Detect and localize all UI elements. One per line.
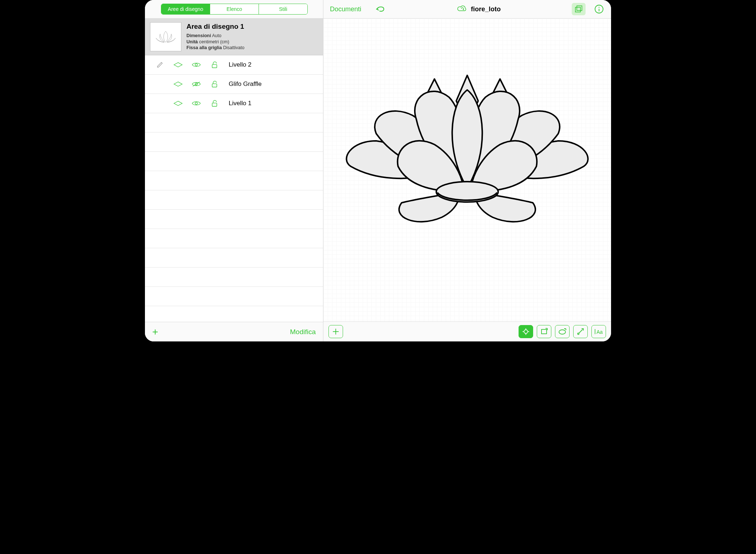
- eye-icon[interactable]: [191, 62, 202, 68]
- lock-open-icon[interactable]: [209, 61, 220, 69]
- empty-row: [145, 229, 323, 248]
- sidebar-tabs: Aree di disegno Elenco Stili: [161, 4, 308, 15]
- svg-rect-8: [577, 6, 582, 11]
- add-shape-button[interactable]: [328, 325, 343, 338]
- layer-row[interactable]: Livello 2: [145, 55, 323, 75]
- svg-line-27: [579, 329, 583, 333]
- sidebar: Aree di disegno Elenco Stili Area di dis…: [145, 0, 323, 341]
- dim-value: Auto: [212, 33, 221, 38]
- svg-rect-7: [575, 7, 580, 12]
- empty-row: [145, 152, 323, 171]
- svg-point-10: [599, 7, 599, 8]
- empty-row: [145, 268, 323, 287]
- line-tool[interactable]: [573, 325, 588, 338]
- empty-row: [145, 287, 323, 306]
- oval-tool[interactable]: [555, 325, 570, 338]
- svg-point-5: [195, 102, 197, 104]
- svg-point-23: [559, 330, 566, 334]
- layers-list: Livello 2 Glifo Graffle: [145, 55, 323, 322]
- info-button[interactable]: [592, 3, 606, 15]
- svg-rect-1: [212, 64, 217, 68]
- svg-point-12: [436, 182, 498, 202]
- artboard-info: Area di disegno 1 Dimensioni Auto Unità …: [186, 23, 244, 51]
- dim-label: Dimensioni: [186, 33, 211, 38]
- lock-open-icon[interactable]: [209, 99, 220, 107]
- app-window: Aree di disegno Elenco Stili Area di dis…: [145, 0, 611, 341]
- empty-row: [145, 132, 323, 152]
- tab-list[interactable]: Elenco: [210, 4, 259, 14]
- layer-name: Livello 2: [229, 61, 251, 68]
- layer-name: Glifo Graffle: [229, 80, 261, 88]
- topbar-right: [572, 3, 606, 15]
- cloud-sync-icon[interactable]: [457, 4, 467, 14]
- layer-row[interactable]: Glifo Graffle: [145, 75, 323, 94]
- text-tool[interactable]: Aa: [591, 325, 606, 338]
- freehand-tool[interactable]: [519, 325, 533, 338]
- artboard-row[interactable]: Area di disegno 1 Dimensioni Auto Unità …: [145, 19, 323, 55]
- sidebar-tabs-wrap: Aree di disegno Elenco Stili: [145, 0, 323, 19]
- layer-row[interactable]: Livello 1: [145, 94, 323, 113]
- empty-row: [145, 113, 323, 132]
- svg-rect-4: [212, 84, 217, 87]
- lock-open-icon[interactable]: [209, 80, 220, 88]
- tab-styles[interactable]: Stili: [259, 4, 307, 14]
- empty-row: [145, 210, 323, 229]
- empty-row: [145, 190, 323, 210]
- svg-rect-20: [542, 329, 547, 334]
- artboard-title: Area di disegno 1: [186, 23, 244, 31]
- layer-icon[interactable]: [173, 100, 184, 107]
- artboard-meta: Dimensioni Auto Unità centimetri (cm) Fi…: [186, 33, 244, 51]
- sidebar-bottom-bar: + Modifica: [145, 322, 323, 341]
- svg-rect-6: [212, 103, 217, 106]
- layer-icon[interactable]: [173, 62, 184, 68]
- units-label: Unità: [186, 39, 198, 44]
- eye-off-icon[interactable]: [191, 81, 202, 87]
- lotus-drawing[interactable]: [336, 57, 598, 239]
- titlebar-center: fiore_loto: [390, 4, 568, 14]
- empty-row: [145, 171, 323, 190]
- svg-point-0: [195, 64, 197, 66]
- layer-name: Livello 1: [229, 100, 251, 107]
- layer-icon[interactable]: [173, 81, 184, 87]
- empty-row: [145, 248, 323, 268]
- topbar: Documenti fiore_loto: [323, 0, 611, 19]
- snap-label: Fissa alla griglia: [186, 45, 222, 50]
- snap-value: Disattivato: [223, 45, 244, 50]
- pencil-icon[interactable]: [154, 61, 165, 68]
- add-button[interactable]: +: [152, 326, 158, 338]
- main-area: Documenti fiore_loto: [323, 0, 611, 341]
- tab-artboards[interactable]: Aree di disegno: [161, 4, 210, 14]
- eye-icon[interactable]: [191, 100, 202, 107]
- canvases-button[interactable]: [572, 3, 586, 15]
- svg-text:Aa: Aa: [596, 329, 603, 335]
- svg-point-15: [524, 330, 528, 333]
- documents-button[interactable]: Documenti: [330, 5, 361, 13]
- bottom-toolbar: Aa: [323, 322, 611, 341]
- edit-button[interactable]: Modifica: [290, 328, 316, 336]
- units-value: centimetri (cm): [199, 39, 229, 44]
- rectangle-tool[interactable]: [537, 325, 551, 338]
- undo-button[interactable]: [375, 4, 386, 14]
- canvas[interactable]: [323, 19, 611, 322]
- filename[interactable]: fiore_loto: [471, 5, 501, 13]
- artboard-thumbnail: [150, 22, 181, 51]
